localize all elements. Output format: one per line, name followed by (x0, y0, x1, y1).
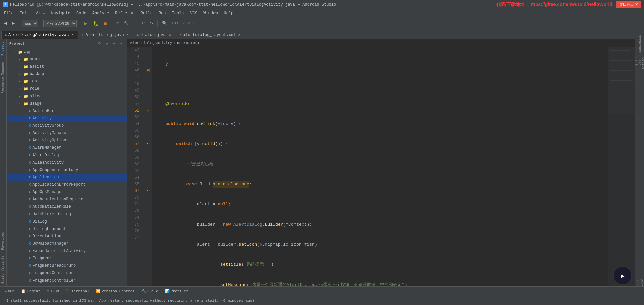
gutter-icon-57[interactable]: ●↑ (146, 142, 150, 146)
filter-icon[interactable]: ≡ (111, 41, 117, 47)
gutter-arrow-52[interactable]: ⚡ (147, 109, 149, 113)
gutter-icon-67[interactable]: ●↑ (146, 189, 150, 193)
build-btn-bottom[interactable]: 🔨 Build (140, 288, 160, 294)
tree-item-expandablelistactivity[interactable]: C ExpandableListActivity (7, 247, 127, 255)
tree-item-appopsmanager[interactable]: C AppOpsManager (7, 188, 127, 196)
menu-code[interactable]: Code (74, 10, 89, 16)
terminal-btn[interactable]: ⬛ Terminal (64, 288, 91, 294)
tree-item-automaticzenrule[interactable]: C AutomaticZenRule (7, 203, 127, 210)
settings-icon[interactable]: ⚙ (104, 41, 110, 47)
menu-file[interactable]: File (1, 10, 16, 16)
breadcrumb-class[interactable]: AlertDialogActivity (130, 41, 172, 45)
tree-item-admin[interactable]: ▸ 📁 admin (7, 56, 127, 63)
undo-btn[interactable]: ↩ (140, 20, 147, 26)
resource-manager-tab[interactable]: Resource Manager (0, 58, 6, 96)
tree-item-actionbar[interactable]: C ActionBar (7, 107, 127, 115)
tree-item-alertdialog-class[interactable]: C AlertDialog (7, 151, 127, 159)
tree-item-application[interactable]: C Application (7, 174, 127, 181)
tab-alertdialog[interactable]: C AlertDialog.java × (78, 31, 133, 39)
tab-close-1[interactable]: × (71, 33, 75, 37)
tree-item-backup[interactable]: ▸ 📁 backup (7, 70, 127, 78)
tree-item-fragmentcontroller[interactable]: C FragmentController (7, 277, 127, 284)
run-btn[interactable]: ▶ (82, 20, 90, 27)
menu-run[interactable]: Run (156, 10, 169, 16)
ln-70: 70 (127, 194, 141, 201)
menu-window[interactable]: Window (201, 10, 220, 16)
structure-tab[interactable]: Structure (636, 40, 643, 48)
favorites-tab-left[interactable]: Favorites (0, 229, 6, 253)
tree-item-fragment[interactable]: C Fragment (7, 255, 127, 262)
tree-item-activityoptions[interactable]: C ActivityOptions (7, 137, 127, 144)
tree-item-activitymanager[interactable]: C ActivityManager (7, 129, 127, 137)
tree-item-slice[interactable]: ▸ 📁 slice (7, 93, 127, 100)
word-book-tab[interactable]: Word Book (636, 279, 643, 286)
gutter-47 (144, 74, 152, 80)
sync-project-icon[interactable]: ⟳ (96, 41, 102, 47)
tree-item-fragmentcontainer[interactable]: C FragmentContainer (7, 269, 127, 277)
app-selector[interactable]: app (22, 20, 38, 27)
tree-item-dialog-class[interactable]: C Dialog (7, 218, 127, 225)
gutter-61 (144, 168, 152, 174)
gutter-44 (144, 54, 152, 60)
tree-item-fragmentbreadcrumb[interactable]: C FragmentBreadCrumb (7, 262, 127, 269)
code-editor[interactable]: AlertDialogActivity › onCreate() 43 44 4… (127, 39, 635, 286)
logcat-btn[interactable]: 📋 Logcat (19, 288, 42, 294)
tab-alertdialogactivity[interactable]: C AlertDialogActivity.java ● × (1, 31, 78, 39)
menu-help[interactable]: Help (221, 10, 236, 16)
tree-item-activity[interactable]: C Activity (7, 115, 127, 122)
tree-item-downloadmanager[interactable]: C DownloadManager (7, 240, 127, 247)
code-text-area[interactable]: } @Override public void onClick(View v) … (152, 47, 608, 286)
tree-item-appcomponentfactory[interactable]: C AppComponentFactory (7, 166, 127, 174)
ln-43: 43 (127, 47, 141, 54)
close-button[interactable]: 窗口弹出 ✕ (616, 1, 641, 8)
run-btn-bottom[interactable]: ▶ Run (3, 288, 16, 294)
tree-item-applicationerrorreport[interactable]: C ApplicationErrorReport (7, 181, 127, 188)
tree-item-datepickerdialog[interactable]: C DatePickerDialog (7, 210, 127, 218)
menu-build[interactable]: Build (138, 10, 155, 16)
tree-item-usage[interactable]: ▸ 📁 usage (7, 100, 127, 107)
menu-refactor[interactable]: Refactor (112, 10, 137, 16)
tab-close-4[interactable]: × (237, 33, 241, 37)
tree-item-authrequire[interactable]: C AuthenticationRequire (7, 196, 127, 203)
tree-item-job[interactable]: ▸ 📁 job (7, 78, 127, 85)
menu-tools[interactable]: Tools (169, 10, 187, 16)
tree-item-fragmenthostcallback[interactable]: C FragmentHostCallback (7, 284, 127, 286)
sync-btn[interactable]: ⟳ (114, 20, 121, 26)
project-tab[interactable]: Project (0, 39, 6, 58)
build-btn[interactable]: 🔨 (122, 20, 131, 26)
search-btn[interactable]: 🔍 (160, 20, 169, 26)
tree-item-activitygroup[interactable]: C ActivityGroup (7, 122, 127, 129)
tab-alertdialog-layout[interactable]: X alertdialog_layout.xml × (176, 31, 245, 39)
todo-btn[interactable]: ☑ TODO (45, 288, 61, 294)
tree-item-dialogfragment[interactable]: C DialogFragment (7, 225, 127, 233)
tree-item-role[interactable]: ▸ 📁 role (7, 85, 127, 93)
tab-close-3[interactable]: × (168, 33, 172, 37)
version-control-btn[interactable]: 🔀 Version Control (94, 288, 137, 294)
tree-item-aliasactivity[interactable]: C AliasActivity (7, 159, 127, 166)
stop-btn[interactable]: ■ (102, 20, 109, 27)
menu-vcs[interactable]: VCS (187, 10, 200, 16)
redo-btn[interactable]: ↪ (148, 20, 155, 26)
tree-item-assist[interactable]: ▸ 📁 assist (7, 63, 127, 70)
tab-dialog[interactable]: C Dialog.java × (133, 31, 176, 39)
menu-navigate[interactable]: Navigate (48, 10, 73, 16)
menu-view[interactable]: View (33, 10, 48, 16)
code-content[interactable]: 43 44 45 46 47 48 49 50 51 52 53 54 55 5… (127, 47, 635, 286)
toolbar-back-btn[interactable]: ◀ (2, 20, 9, 26)
tree-item-alarmmanager[interactable]: C AlarmManager (7, 144, 127, 151)
menu-edit[interactable]: Edit (17, 10, 32, 16)
debug-btn[interactable]: 🐛 (91, 20, 101, 27)
collapse-icon[interactable]: − (118, 41, 124, 47)
toolbar-fwd-btn[interactable]: ▶ (10, 20, 17, 26)
profiler-btn[interactable]: 📊 Profiler (163, 288, 191, 294)
tab-close-2[interactable]: × (125, 33, 129, 37)
device-selector[interactable]: Pixel 2 API 28 (43, 20, 77, 27)
video-float-button[interactable] (613, 266, 632, 285)
build-variants-tab[interactable]: Build Variants (0, 253, 6, 286)
device-file-explorer-tab[interactable]: Device File Explorer (636, 62, 643, 69)
breadcrumb-method[interactable]: onCreate() (177, 41, 199, 45)
menu-analyze[interactable]: Analyze (90, 10, 112, 16)
tree-item-app[interactable]: ▾ 📁 app (7, 48, 127, 56)
gutter-icon-46[interactable]: ●@ (146, 69, 150, 72)
tree-item-directaction[interactable]: C DirectAction (7, 233, 127, 240)
